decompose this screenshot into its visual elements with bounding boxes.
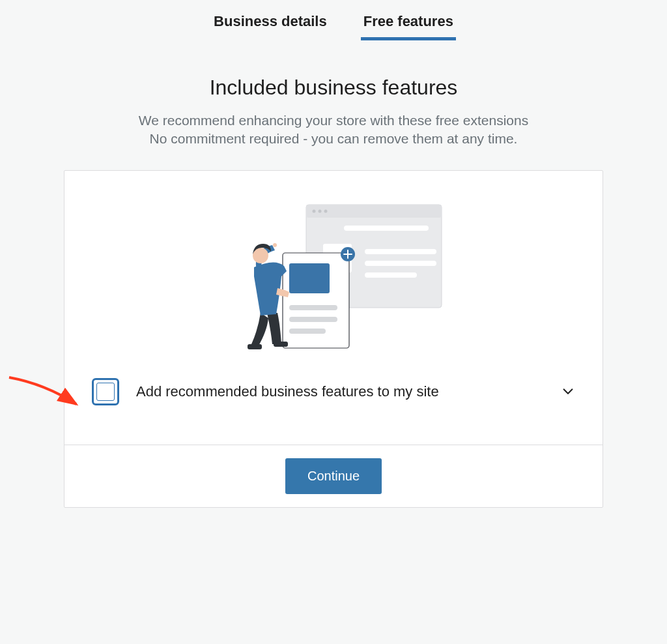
svg-rect-5 [344,226,429,231]
svg-rect-13 [289,317,337,322]
svg-point-4 [324,210,328,213]
svg-rect-8 [365,261,436,266]
svg-point-18 [273,243,277,247]
illustration-icon [223,202,444,352]
page-subtitle-2: No commitment required - you can remove … [0,131,667,147]
tab-business-details[interactable]: Business details [214,10,327,39]
option-row: Add recommended business features to my … [80,378,587,405]
svg-rect-14 [289,329,326,334]
svg-rect-7 [365,249,436,254]
page-title: Included business features [0,76,667,100]
svg-point-2 [313,210,316,213]
card-body: Add recommended business features to my … [64,171,603,445]
features-card: Add recommended business features to my … [64,170,603,508]
svg-rect-11 [289,263,330,293]
svg-rect-12 [289,305,337,310]
card-footer: Continue [64,445,603,507]
heading-section: Included business features We recommend … [0,76,667,147]
svg-rect-17 [274,342,288,347]
tabs: Business details Free features [0,0,667,39]
page-subtitle-1: We recommend enhancing your store with t… [0,113,667,128]
svg-point-3 [319,210,322,213]
add-features-checkbox[interactable] [92,378,119,405]
continue-button[interactable]: Continue [285,458,382,494]
svg-rect-16 [248,344,262,349]
chevron-down-icon[interactable] [561,385,575,399]
annotation-arrow-icon [6,374,84,413]
tab-free-features[interactable]: Free features [363,10,453,39]
page-root: { "tabs": { "business_details": "Busines… [0,0,667,644]
svg-rect-9 [365,272,417,278]
option-label: Add recommended business features to my … [136,383,544,400]
